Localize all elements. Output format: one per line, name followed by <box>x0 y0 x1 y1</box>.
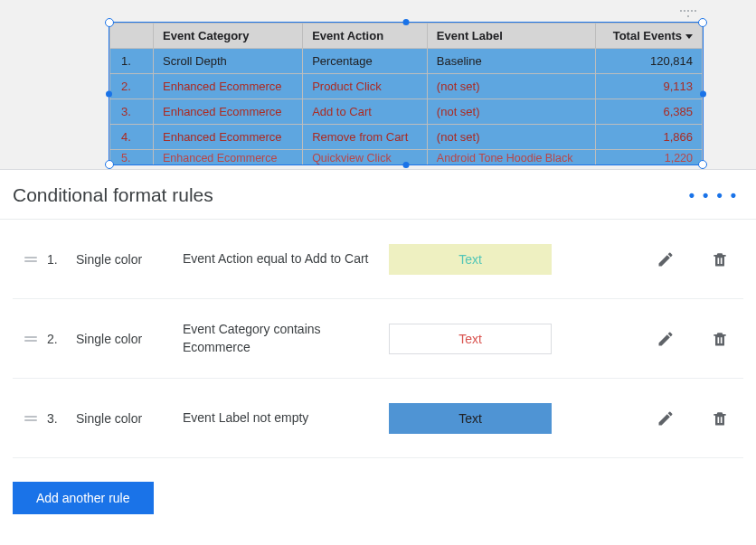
drag-handle-icon[interactable] <box>22 336 40 342</box>
data-table[interactable]: Event Category Event Action Event Label … <box>109 23 703 164</box>
rule-description: Event Action equal to Add to Cart <box>183 250 382 268</box>
cell-event-label: (not set) <box>427 99 595 125</box>
rule-type: Single color <box>76 252 175 267</box>
rule-preview: Text <box>389 324 552 354</box>
resize-handle[interactable] <box>403 162 410 168</box>
table-row[interactable]: 3.Enhanced EcommerceAdd to Cart(not set)… <box>110 99 703 125</box>
drag-handle-icon[interactable] <box>22 416 40 421</box>
drag-handle-icon[interactable] <box>22 257 40 262</box>
resize-handle[interactable] <box>105 160 114 169</box>
cell-event-label: (not set) <box>427 74 595 99</box>
table-row[interactable]: 2.Enhanced EcommerceProduct Click(not se… <box>110 74 703 99</box>
cell-event-action: Add to Cart <box>303 99 428 125</box>
cell-index: 4. <box>110 125 154 150</box>
cell-event-label: Baseline <box>427 49 595 74</box>
col-header-event-label[interactable]: Event Label <box>427 23 595 49</box>
cell-event-category: Enhanced Ecommerce <box>154 150 303 165</box>
delete-rule-button[interactable] <box>704 323 736 355</box>
resize-handle[interactable] <box>105 18 114 27</box>
rule-description: Event Label not empty <box>183 409 382 428</box>
col-header-event-category[interactable]: Event Category <box>154 23 303 49</box>
cell-total-events: 1,220 <box>595 150 702 165</box>
col-header-event-action[interactable]: Event Action <box>303 23 428 49</box>
cell-event-action: Percentage <box>303 49 428 74</box>
cell-event-category: Enhanced Ecommerce <box>154 74 303 99</box>
resize-handle[interactable] <box>698 160 707 169</box>
rule-description: Event Category contains Ecommerce <box>183 321 382 356</box>
rule-type: Single color <box>76 332 175 346</box>
rule-row[interactable]: 3.Single colorEvent Label not emptyText <box>13 379 743 458</box>
add-rule-button[interactable]: Add another rule <box>13 482 154 514</box>
cell-event-label: (not set) <box>427 125 595 150</box>
rule-row[interactable]: 1.Single colorEvent Action equal to Add … <box>13 220 743 299</box>
rule-preview: Text <box>389 403 552 434</box>
drag-handle-icon[interactable] <box>679 10 697 19</box>
rule-row[interactable]: 2.Single colorEvent Category contains Ec… <box>13 299 743 379</box>
sort-desc-icon <box>685 34 693 39</box>
cell-event-action: Remove from Cart <box>303 125 428 150</box>
more-options-icon[interactable]: • • • • <box>689 191 738 200</box>
resize-handle[interactable] <box>403 19 410 25</box>
col-header-index[interactable] <box>110 23 154 49</box>
data-table-widget[interactable]: Event Category Event Action Event Label … <box>109 23 703 164</box>
edit-rule-button[interactable] <box>649 323 682 355</box>
cell-event-category: Scroll Depth <box>154 49 303 74</box>
delete-rule-button[interactable] <box>704 402 736 435</box>
rule-preview: Text <box>389 244 552 275</box>
panel-title: Conditional format rules <box>13 184 213 206</box>
canvas-area: Event Category Event Action Event Label … <box>0 0 756 169</box>
table-row[interactable]: 4.Enhanced EcommerceRemove from Cart(not… <box>110 125 703 150</box>
col-header-total-events[interactable]: Total Events <box>595 23 702 49</box>
cell-event-category: Enhanced Ecommerce <box>154 99 303 125</box>
cell-index: 1. <box>110 49 154 74</box>
cell-index: 5. <box>110 150 154 165</box>
rule-index: 3. <box>47 411 69 426</box>
resize-handle[interactable] <box>700 90 706 97</box>
edit-rule-button[interactable] <box>649 243 682 276</box>
cell-event-category: Enhanced Ecommerce <box>154 125 303 150</box>
cell-total-events: 6,385 <box>595 99 702 125</box>
cell-index: 3. <box>110 99 154 125</box>
rule-index: 2. <box>47 332 69 346</box>
cell-total-events: 120,814 <box>595 49 702 74</box>
table-row[interactable]: 1.Scroll DepthPercentageBaseline120,814 <box>110 49 703 74</box>
rule-type: Single color <box>76 411 175 426</box>
cell-total-events: 9,113 <box>595 74 702 99</box>
cell-event-action: Product Click <box>303 74 428 99</box>
resize-handle[interactable] <box>698 18 707 27</box>
rule-index: 1. <box>47 252 69 267</box>
cell-index: 2. <box>110 74 154 99</box>
cell-total-events: 1,866 <box>595 125 702 150</box>
conditional-format-panel: Conditional format rules • • • • 1.Singl… <box>0 169 756 545</box>
resize-handle[interactable] <box>106 90 112 97</box>
delete-rule-button[interactable] <box>704 243 736 276</box>
cell-event-label: Android Tone Hoodie Black <box>427 150 595 165</box>
edit-rule-button[interactable] <box>649 402 682 435</box>
